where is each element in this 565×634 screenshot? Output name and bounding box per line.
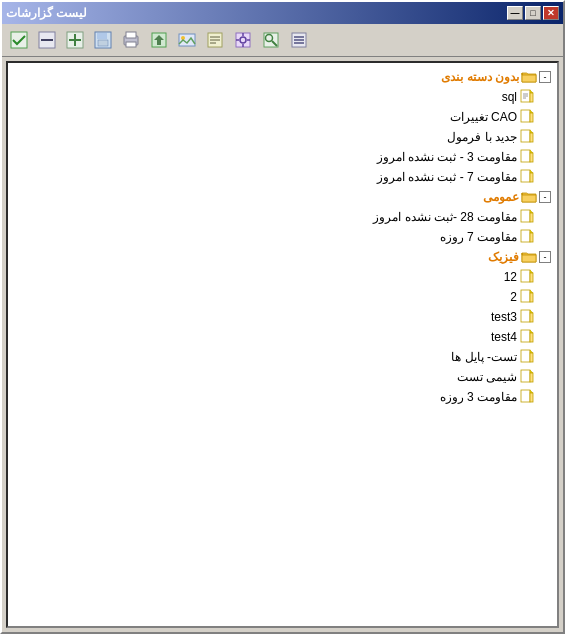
toolbar bbox=[2, 24, 563, 57]
svg-rect-8 bbox=[98, 40, 108, 46]
svg-marker-55 bbox=[530, 230, 533, 233]
edit-toolbar-btn[interactable] bbox=[202, 27, 228, 53]
plus-icon bbox=[66, 31, 84, 49]
print-icon bbox=[122, 31, 140, 49]
print-toolbar-btn[interactable] bbox=[118, 27, 144, 53]
svg-rect-42 bbox=[521, 130, 530, 142]
plus-toolbar-btn[interactable] bbox=[62, 27, 88, 53]
svg-marker-64 bbox=[530, 310, 533, 313]
svg-marker-52 bbox=[530, 210, 533, 213]
svg-rect-69 bbox=[521, 350, 530, 362]
item-label-12: 12 bbox=[504, 268, 517, 286]
svg-rect-68 bbox=[530, 333, 533, 342]
group-physics[interactable]: - فیزیک bbox=[10, 247, 555, 267]
doc-icon-chemistry bbox=[519, 369, 535, 385]
expand-icon-3[interactable]: - bbox=[539, 251, 551, 263]
expand-icon-2[interactable]: - bbox=[539, 191, 551, 203]
item-label-cao: CAO تغییرات bbox=[450, 108, 517, 126]
svg-rect-60 bbox=[521, 290, 530, 302]
tree-item-12[interactable]: 12 bbox=[10, 267, 555, 287]
svg-rect-7 bbox=[97, 33, 107, 39]
tree-item-resistance28[interactable]: مقاومت 28 -ثبت نشده امروز bbox=[10, 207, 555, 227]
svg-marker-76 bbox=[530, 390, 533, 393]
svg-marker-73 bbox=[530, 370, 533, 373]
tree-item-test4[interactable]: test4 bbox=[10, 327, 555, 347]
export-toolbar-btn[interactable] bbox=[146, 27, 172, 53]
tree-item-chemistry[interactable]: شیمی تست bbox=[10, 367, 555, 387]
tree-item-resistance7day[interactable]: مقاومت 7 روزه bbox=[10, 227, 555, 247]
svg-rect-47 bbox=[530, 153, 533, 162]
item-label-resistance3: مقاومت 3 - ثبت نشده امروز bbox=[377, 148, 517, 166]
close-button[interactable]: ✕ bbox=[543, 6, 559, 20]
item-label-2: 2 bbox=[510, 288, 517, 306]
save-icon bbox=[94, 31, 112, 49]
svg-marker-40 bbox=[530, 110, 533, 113]
svg-marker-67 bbox=[530, 330, 533, 333]
tree-item-cao[interactable]: CAO تغییرات bbox=[10, 107, 555, 127]
tree-item-pile[interactable]: تست- پایل ها bbox=[10, 347, 555, 367]
maximize-button[interactable]: □ bbox=[525, 6, 541, 20]
check-toolbar-btn[interactable] bbox=[6, 27, 32, 53]
svg-marker-43 bbox=[530, 130, 533, 133]
svg-rect-5 bbox=[69, 39, 81, 41]
image-icon bbox=[178, 31, 196, 49]
config-toolbar-btn[interactable] bbox=[230, 27, 256, 53]
doc-icon-resistance7day bbox=[519, 229, 535, 245]
doc-icon-pile bbox=[519, 349, 535, 365]
item-label-test4: test4 bbox=[491, 328, 517, 346]
doc-icon-cao bbox=[519, 109, 535, 125]
expand-icon-1[interactable]: - bbox=[539, 71, 551, 83]
svg-rect-72 bbox=[521, 370, 530, 382]
tree-panel[interactable]: - بدون دسته بندی bbox=[6, 61, 559, 628]
tree-item-test3[interactable]: test3 bbox=[10, 307, 555, 327]
doc-icon-sql bbox=[519, 89, 535, 105]
tree-item-2[interactable]: 2 bbox=[10, 287, 555, 307]
svg-rect-74 bbox=[530, 373, 533, 382]
svg-rect-51 bbox=[521, 210, 530, 222]
svg-rect-66 bbox=[521, 330, 530, 342]
svg-rect-2 bbox=[41, 39, 53, 41]
tree-item-resistance3day[interactable]: مقاومت 3 روزه bbox=[10, 387, 555, 407]
svg-rect-75 bbox=[521, 390, 530, 402]
svg-rect-44 bbox=[530, 133, 533, 142]
save-toolbar-btn[interactable] bbox=[90, 27, 116, 53]
doc-icon-formula bbox=[519, 129, 535, 145]
svg-rect-50 bbox=[530, 173, 533, 182]
svg-marker-34 bbox=[530, 90, 533, 93]
item-label-sql: sql bbox=[502, 88, 517, 106]
item-label-resistance28: مقاومت 28 -ثبت نشده امروز bbox=[373, 208, 517, 226]
tree-item-resistance3[interactable]: مقاومت 3 - ثبت نشده امروز bbox=[10, 147, 555, 167]
svg-marker-58 bbox=[530, 270, 533, 273]
titlebar-buttons: ✕ □ — bbox=[507, 6, 559, 20]
group-label-3: فیزیک bbox=[488, 248, 519, 266]
svg-rect-10 bbox=[126, 32, 136, 38]
doc-icon-test3 bbox=[519, 309, 535, 325]
window-title: لیست گزارشات bbox=[6, 6, 87, 20]
svg-rect-45 bbox=[521, 150, 530, 162]
config-icon bbox=[234, 31, 252, 49]
svg-rect-56 bbox=[530, 233, 533, 242]
svg-rect-11 bbox=[126, 42, 136, 47]
tree-item-formula[interactable]: جدید با فرمول bbox=[10, 127, 555, 147]
item-label-pile: تست- پایل ها bbox=[451, 348, 517, 366]
svg-rect-54 bbox=[521, 230, 530, 242]
image-toolbar-btn[interactable] bbox=[174, 27, 200, 53]
group-no-category[interactable]: - بدون دسته بندی bbox=[10, 67, 555, 87]
svg-rect-53 bbox=[530, 213, 533, 222]
item-label-resistance7: مقاومت 7 - ثبت نشده امروز bbox=[377, 168, 517, 186]
item-label-formula: جدید با فرمول bbox=[447, 128, 517, 146]
search-toolbar-btn[interactable] bbox=[258, 27, 284, 53]
tree-container: - بدون دسته بندی bbox=[8, 63, 557, 411]
svg-rect-39 bbox=[521, 110, 530, 122]
edit-icon bbox=[206, 31, 224, 49]
minus-icon bbox=[38, 31, 56, 49]
svg-rect-77 bbox=[530, 393, 533, 402]
export-icon bbox=[150, 31, 168, 49]
minimize-button[interactable]: — bbox=[507, 6, 523, 20]
extra-toolbar-btn[interactable] bbox=[286, 27, 312, 53]
tree-item-resistance7[interactable]: مقاومت 7 - ثبت نشده امروز bbox=[10, 167, 555, 187]
group-general[interactable]: - عمومی bbox=[10, 187, 555, 207]
tree-item-sql[interactable]: sql bbox=[10, 87, 555, 107]
minus-toolbar-btn[interactable] bbox=[34, 27, 60, 53]
svg-marker-70 bbox=[530, 350, 533, 353]
